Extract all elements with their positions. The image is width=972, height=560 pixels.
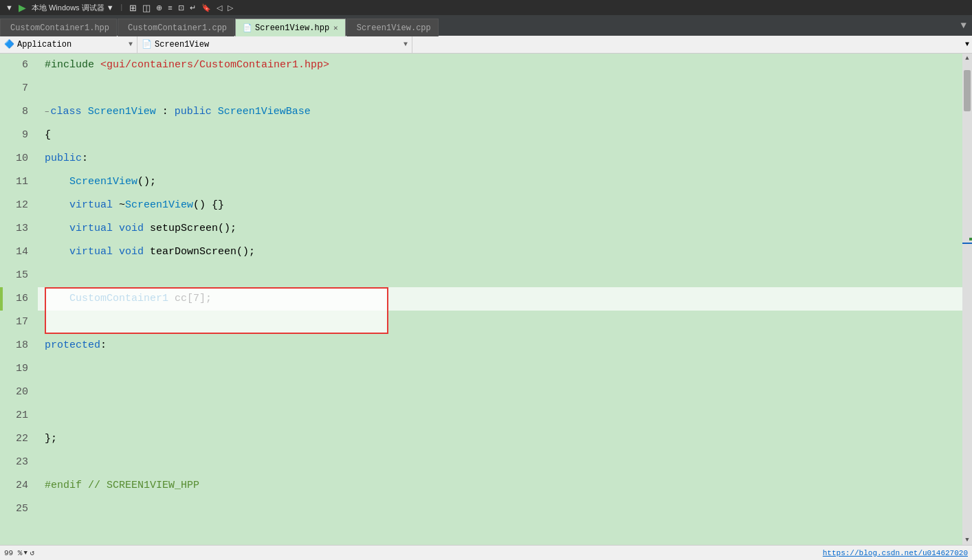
line-number-10: 10 xyxy=(0,147,38,170)
line-number-8: 8 xyxy=(0,100,38,124)
context-left-icon: 🔷 xyxy=(4,39,14,49)
toolbar-separator: | xyxy=(120,3,124,12)
scrollbar-up-arrow[interactable]: ▲ xyxy=(962,54,972,63)
line-content-9[interactable]: { xyxy=(38,124,962,147)
code-line-20: 20 xyxy=(0,381,962,404)
code-line-14: 14 virtual void tearDownScreen(); xyxy=(0,240,962,264)
collapse-icon-8[interactable]: − xyxy=(45,108,49,116)
context-left-arrow: ▼ xyxy=(129,41,133,48)
code-line-12: 12 virtual ~Screen1View() {} xyxy=(0,194,962,217)
context-bar: 🔷 Application ▼ 📄 Screen1View ▼ ▼ xyxy=(0,36,972,54)
scrollbar-vertical[interactable]: ▲ ▼ xyxy=(962,54,972,545)
line-content-18[interactable]: protected: xyxy=(38,334,962,357)
code-line-15: 15 xyxy=(0,264,962,287)
line-number-6: 6 xyxy=(0,54,38,77)
code-line-24: 24#endif // SCREEN1VIEW_HPP xyxy=(0,474,962,497)
code-area[interactable]: 6#include <gui/containers/CustomContaine… xyxy=(0,54,962,545)
code-line-19: 19 xyxy=(0,357,962,381)
tab-label-3: Screen1View.hpp xyxy=(255,23,329,33)
code-line-16: 16 CustomContainer1 cc[7]; xyxy=(0,287,962,311)
code-line-18: 18protected: xyxy=(0,334,962,357)
scrollbar-track[interactable] xyxy=(962,63,972,535)
zoom-dropdown[interactable]: 99 % ▼ xyxy=(4,549,27,557)
context-application-dropdown[interactable]: 🔷 Application ▼ xyxy=(0,36,137,53)
tab-label-4: Screen1View.cpp xyxy=(357,23,431,33)
context-application-label: Application xyxy=(17,40,71,49)
line-content-16[interactable]: CustomContainer1 cc[7]; xyxy=(38,287,962,311)
zoom-label: 99 % xyxy=(4,549,22,557)
code-line-11: 11 Screen1View(); xyxy=(0,170,962,194)
toolbar-extra-btn[interactable]: ⊞ xyxy=(126,3,140,13)
code-line-6: 6#include <gui/containers/CustomContaine… xyxy=(0,54,962,77)
line-number-23: 23 xyxy=(0,451,38,474)
line-content-24[interactable]: #endif // SCREEN1VIEW_HPP xyxy=(38,474,962,497)
context-more-btn[interactable]: ▼ xyxy=(962,41,972,48)
toolbar-dropdown-btn[interactable]: ▼ xyxy=(3,3,16,12)
context-screen1view-label: Screen1View xyxy=(155,40,209,49)
tab-icon-3: 📄 xyxy=(243,23,252,32)
line-content-13[interactable]: virtual void setupScreen(); xyxy=(38,217,962,240)
toolbar-extra-btn4[interactable]: ≡ xyxy=(165,3,175,12)
line-content-10[interactable]: public: xyxy=(38,147,962,170)
tab-screen1view-cpp[interactable]: Screen1View.cpp xyxy=(346,19,439,36)
line-number-7: 7 xyxy=(0,77,38,100)
toolbar-extra-btn5[interactable]: ⊡ xyxy=(175,3,187,12)
line-number-16: 16 xyxy=(0,287,38,311)
toolbar-bookmark-btn[interactable]: 🔖 xyxy=(199,3,214,12)
csdn-url[interactable]: https://blog.csdn.net/u014627020 xyxy=(823,549,968,557)
line-number-19: 19 xyxy=(0,357,38,381)
tab-label-1: CustomContainer1.hpp xyxy=(10,23,109,33)
line-16-breakpoint-indicator xyxy=(0,287,3,311)
scrollbar-down-arrow[interactable]: ▼ xyxy=(962,535,972,545)
tab-customcontainer1-hpp[interactable]: CustomContainer1.hpp xyxy=(0,19,117,36)
tab-screen1view-hpp[interactable]: 📄 Screen1View.hpp ✕ xyxy=(235,19,346,36)
line-number-21: 21 xyxy=(0,404,38,427)
tab-close-btn[interactable]: ✕ xyxy=(333,23,338,32)
tab-label-2: CustomContainer1.cpp xyxy=(128,23,227,33)
toolbar-run-btn[interactable]: ▶ xyxy=(16,2,29,13)
line-content-8[interactable]: −class Screen1View : public Screen1ViewB… xyxy=(38,100,962,124)
code-line-13: 13 virtual void setupScreen(); xyxy=(0,217,962,240)
line-content-11[interactable]: Screen1View(); xyxy=(38,170,962,194)
code-line-21: 21 xyxy=(0,404,962,427)
line-content-22[interactable]: }; xyxy=(38,427,962,451)
code-line-10: 10public: xyxy=(0,147,962,170)
line-number-20: 20 xyxy=(0,381,38,404)
tab-customcontainer1-cpp[interactable]: CustomContainer1.cpp xyxy=(118,19,234,36)
toolbar-nav-btn2[interactable]: ▷ xyxy=(225,3,236,12)
scroll-position-indicator xyxy=(962,243,972,244)
line-number-13: 13 xyxy=(0,217,38,240)
line-number-17: 17 xyxy=(0,311,38,334)
code-line-7: 7 xyxy=(0,77,962,100)
code-line-9: 9{ xyxy=(0,124,962,147)
context-right-arrow: ▼ xyxy=(404,41,408,48)
gutter-mark xyxy=(969,238,972,240)
context-right-icon: 📄 xyxy=(142,39,152,49)
scrollbar-thumb[interactable] xyxy=(964,70,971,111)
line-number-14: 14 xyxy=(0,240,38,264)
line-number-24: 24 xyxy=(0,474,38,497)
line-number-18: 18 xyxy=(0,334,38,357)
zoom-reset-btn[interactable]: ↺ xyxy=(30,548,35,557)
toolbar: ▼ ▶ 本地 Windows 调试器 ▼ | ⊞ ◫ ⊕ ≡ ⊡ ↵ 🔖 ◁ ▷ xyxy=(0,0,972,15)
toolbar-nav-btn[interactable]: ◁ xyxy=(214,3,225,12)
tab-overflow-btn[interactable]: ▼ xyxy=(956,20,972,31)
line-content-12[interactable]: virtual ~Screen1View() {} xyxy=(38,194,962,217)
line-content-14[interactable]: virtual void tearDownScreen(); xyxy=(38,240,962,264)
line-number-25: 25 xyxy=(0,497,38,521)
code-line-25: 25 xyxy=(0,497,962,521)
line-number-15: 15 xyxy=(0,264,38,287)
code-line-8: 8−class Screen1View : public Screen1View… xyxy=(0,100,962,124)
tab-bar: CustomContainer1.hpp CustomContainer1.cp… xyxy=(0,15,972,36)
editor-container: 6#include <gui/containers/CustomContaine… xyxy=(0,54,972,545)
toolbar-extra-btn6[interactable]: ↵ xyxy=(187,3,199,12)
toolbar-extra-btn3[interactable]: ⊕ xyxy=(153,3,165,12)
toolbar-debugger-btn[interactable]: 本地 Windows 调试器 ▼ xyxy=(29,3,117,13)
code-line-23: 23 xyxy=(0,451,962,474)
line-number-11: 11 xyxy=(0,170,38,194)
line-content-6[interactable]: #include <gui/containers/CustomContainer… xyxy=(38,54,962,77)
line-number-12: 12 xyxy=(0,194,38,217)
toolbar-extra-btn2[interactable]: ◫ xyxy=(140,3,153,13)
code-line-22: 22}; xyxy=(0,427,962,451)
context-screen1view-dropdown[interactable]: 📄 Screen1View ▼ xyxy=(137,36,412,53)
